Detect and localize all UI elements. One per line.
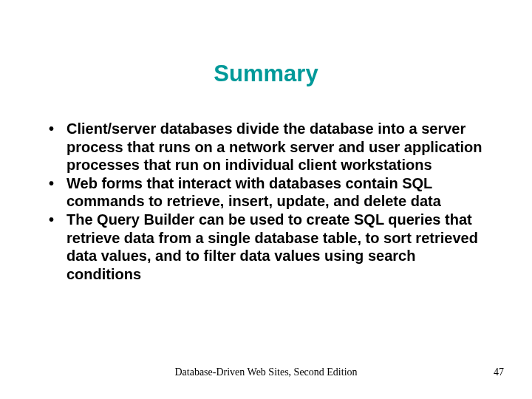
bullet-item: The Query Builder can be used to create … bbox=[44, 211, 488, 283]
slide-content: Client/server databases divide the datab… bbox=[44, 120, 488, 283]
page-number: 47 bbox=[494, 366, 504, 378]
footer-source: Database-Driven Web Sites, Second Editio… bbox=[0, 366, 532, 378]
bullet-item: Web forms that interact with databases c… bbox=[44, 174, 488, 211]
bullet-list: Client/server databases divide the datab… bbox=[44, 120, 488, 283]
bullet-item: Client/server databases divide the datab… bbox=[44, 120, 488, 174]
slide-title: Summary bbox=[0, 61, 532, 87]
slide: Summary Client/server databases divide t… bbox=[0, 0, 532, 399]
